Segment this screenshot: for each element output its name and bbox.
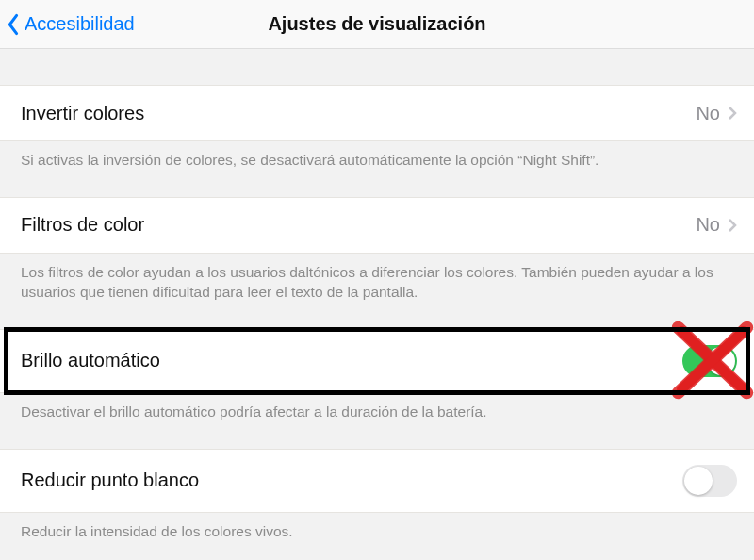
row-right: No [696,103,737,124]
row-reduce-white-point[interactable]: Reducir punto blanco [0,449,754,513]
chevron-right-icon [728,106,737,121]
chevron-left-icon [6,13,21,36]
content-area: Invertir colores No Si activas la invers… [0,85,754,542]
group-footer-invert: Si activas la inversión de colores, se d… [0,141,754,171]
row-right [682,465,737,497]
row-right: No [696,214,737,236]
row-label: Reducir punto blanco [21,469,199,491]
chevron-right-icon [728,218,737,233]
row-label: Invertir colores [21,103,144,124]
back-button[interactable]: Accesibilidad [0,13,135,36]
group-auto-brightness: Brillo automático Desactivar el brillo a… [0,329,754,422]
row-invert-colors[interactable]: Invertir colores No [0,85,754,141]
row-label: Brillo automático [21,350,160,371]
group-white-point: Reducir punto blanco Reducir la intensid… [0,449,754,542]
row-color-filters[interactable]: Filtros de color No [0,197,754,254]
auto-brightness-toggle[interactable] [682,345,737,377]
row-auto-brightness[interactable]: Brillo automático [0,329,754,393]
group-footer-filters: Los filtros de color ayudan a los usuari… [0,254,754,303]
navbar: Accesibilidad Ajustes de visualización [0,0,754,49]
row-label: Filtros de color [21,214,144,236]
group-footer-whitepoint: Reducir la intensidad de los colores viv… [0,513,754,542]
group-invert: Invertir colores No Si activas la invers… [0,85,754,171]
row-value: No [696,103,720,124]
toggle-knob [684,467,713,495]
row-right [682,345,737,377]
group-footer-autobright: Desactivar el brillo automático podría a… [0,393,754,422]
white-point-toggle[interactable] [682,465,737,497]
group-color-filters: Filtros de color No Los filtros de color… [0,197,754,303]
row-value: No [696,214,720,236]
back-label: Accesibilidad [25,13,135,35]
toggle-knob [707,347,735,375]
highlight-wrap: Brillo automático [0,329,754,393]
